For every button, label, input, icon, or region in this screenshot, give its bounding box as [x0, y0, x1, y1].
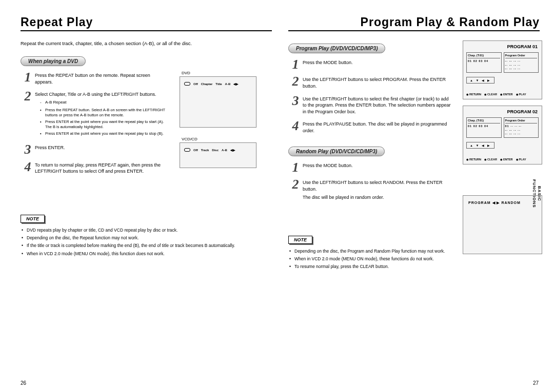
- note-label: NOTE: [288, 236, 312, 244]
- side-tab: BASIC FUNCTIONS: [531, 179, 542, 208]
- step-text: Press the REPEAT button on the remote. R…: [35, 71, 169, 85]
- screenshots-column: DVD Off Chapter Title A-B ◀▶ VCD/CD: [180, 69, 272, 177]
- note-list: DVD repeats play by chapter or title, CD…: [21, 227, 272, 257]
- bar-track: Track: [201, 149, 209, 152]
- dvd-repeat-screen: Off Chapter Title A-B ◀▶: [180, 76, 256, 128]
- program-01-screen: PROGRAM 01 Chap. (T:01) 01 02 03 04 Prog…: [463, 40, 542, 99]
- left-column: When playing a DVD 1 Press the REPEAT bu…: [21, 53, 169, 175]
- bar-disc: Disc: [212, 149, 219, 152]
- random-outro: The disc will be played in random order.: [303, 194, 384, 201]
- step-text: Press the PLAY/PAUSE button. The disc wi…: [303, 120, 452, 134]
- footer-play: PLAY: [516, 93, 526, 96]
- panel-dashes: -- -- -- ---- -- -- ---- -- -- --: [505, 59, 538, 71]
- ab-bullet: Press ENTER at the point where you want …: [40, 119, 169, 130]
- note-item: DVD repeats play by chapter or title, CD…: [21, 227, 272, 233]
- panel-dashes: 01 -- -- ---- -- -- ---- -- -- --: [505, 125, 538, 136]
- panel-row: 01 02 03 04: [468, 59, 500, 63]
- intro-text: Repeat the current track, chapter, title…: [21, 40, 272, 46]
- footer-enter: ENTER: [500, 93, 513, 96]
- random-bar: PROGRAM ◀ ▶ RANDOM: [468, 201, 521, 205]
- step-text-inner: Use the LEFT/RIGHT buttons to select RAN…: [303, 180, 442, 192]
- footer-return: RETURN: [466, 93, 481, 96]
- panel-chap: Chap. (T:01): [468, 119, 500, 123]
- section-random-play: Random Play (DVD/VCD/CD/MP3): [288, 147, 385, 156]
- note-item: To resume normal play, press the CLEAR b…: [288, 263, 540, 270]
- step-text: Select Chapter, Title or A-B using the L…: [35, 90, 169, 138]
- page-number-right: 27: [533, 380, 539, 386]
- step-number: 2: [21, 90, 35, 138]
- vcd-repeat-screen: Off Track Disc A-B ◀▶: [180, 142, 256, 168]
- step-number: 1: [21, 71, 35, 85]
- footer-clear: CLEAR: [484, 158, 497, 161]
- step-number: 4: [21, 161, 35, 175]
- panel-order: Program Order: [505, 54, 538, 58]
- arrow-panel: ▲ ▼ ◀ ▶: [466, 142, 494, 149]
- page-number-left: 26: [21, 380, 26, 386]
- step-number: 1: [288, 58, 303, 70]
- page-right: Program Play & Random Play Program Play …: [282, 15, 544, 382]
- order-first: 01: [505, 125, 509, 128]
- step-number: 1: [288, 161, 303, 173]
- title-right: Program Play & Random Play: [288, 15, 540, 29]
- note-item: If the title or track is completed befor…: [21, 242, 272, 249]
- note-label: NOTE: [21, 215, 45, 223]
- ab-bullet: Press ENTER at the point where you want …: [40, 131, 169, 136]
- program-01-title: PROGRAM 01: [507, 44, 538, 49]
- screen-label-dvd: DVD: [182, 71, 272, 75]
- step-text: Press ENTER.: [35, 143, 169, 155]
- note-item: When in VCD 2.0 mode (MENU ON mode), the…: [288, 256, 540, 262]
- bar-ab: A-B: [222, 149, 227, 152]
- step-number: 2: [288, 178, 303, 201]
- panel-chap: Chap. (T:01): [468, 54, 500, 58]
- step-text: Press the MODE button.: [303, 58, 452, 70]
- step-number: 4: [288, 120, 303, 134]
- bar-ab: A-B: [225, 82, 231, 86]
- bar-off: Off: [193, 149, 198, 152]
- repeat-icon: [184, 148, 190, 152]
- footer-clear: CLEAR: [484, 93, 497, 96]
- step-text: To return to normal play, press REPEAT a…: [35, 161, 169, 175]
- title-left: Repeat Play: [21, 15, 272, 29]
- step-text: Use the LEFT/RIGHT buttons to select RAN…: [303, 178, 452, 201]
- arrow-icon: ◀▶: [233, 82, 239, 86]
- subheading-pill: When playing a DVD: [21, 56, 86, 66]
- screen-label-vcd: VCD/CD: [182, 137, 272, 141]
- repeat-icon: [184, 82, 190, 86]
- bar-title: Title: [215, 82, 222, 86]
- note-item: Depending on the disc, the Repeat functi…: [21, 235, 272, 241]
- note-item: Depending on the disc, the Program and R…: [288, 248, 540, 254]
- bar-chapter: Chapter: [201, 82, 213, 86]
- footer-enter: ENTER: [500, 158, 513, 161]
- step-text: Use the LEFT/RIGHT buttons to select PRO…: [303, 75, 452, 89]
- divider: [21, 30, 272, 31]
- ab-repeat-title: A-B Repeat: [40, 100, 169, 106]
- footer-play: PLAY: [516, 158, 526, 161]
- step-text: Use the LEFT/RIGHT buttons to select the…: [303, 95, 452, 115]
- program-02-title: PROGRAM 02: [507, 109, 538, 114]
- random-screen: PROGRAM ◀ ▶ RANDOM: [463, 195, 542, 254]
- step-number: 2: [288, 75, 303, 89]
- divider: [288, 30, 540, 31]
- step-number: 3: [21, 143, 35, 155]
- note-list: Depending on the disc, the Program and R…: [288, 248, 540, 270]
- panel-order: Program Order: [505, 119, 538, 123]
- step-number: 3: [288, 95, 303, 115]
- footer-return: RETURN: [466, 158, 481, 161]
- panel-row: 01 02 03 04: [468, 125, 500, 128]
- section-program-play: Program Play (DVD/VCD/CD/MP3): [288, 44, 385, 53]
- note-item: When in VCD 2.0 mode (MENU ON mode), thi…: [21, 251, 272, 257]
- program-screens: PROGRAM 01 Chap. (T:01) 01 02 03 04 Prog…: [463, 40, 542, 254]
- page-left: Repeat Play Repeat the current track, ch…: [21, 15, 282, 382]
- step-text: Press the MODE button.: [303, 161, 452, 173]
- program-02-screen: PROGRAM 02 Chap. (T:01) 01 02 03 04 Prog…: [463, 106, 542, 164]
- arrow-panel: ▲ ▼ ◀ ▶: [466, 77, 494, 84]
- bar-off: Off: [193, 82, 198, 86]
- step-text-inner: Select Chapter, Title or A-B using the L…: [35, 92, 156, 97]
- arrow-icon: ◀▶: [230, 148, 235, 152]
- ab-bullet: Press the REPEAT button. Select A-B on s…: [40, 108, 169, 118]
